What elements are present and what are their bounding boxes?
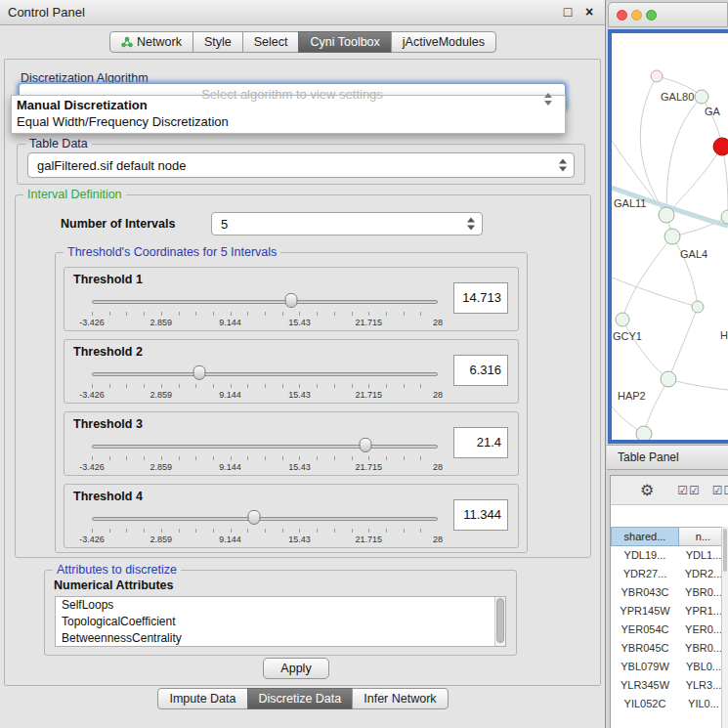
table-row[interactable]: YBR045CYBR0... bbox=[611, 639, 728, 658]
tick-label: 28 bbox=[433, 390, 443, 400]
threshold-4-value-field[interactable]: 11.344 bbox=[453, 499, 508, 531]
network-selection-frame: GAL80 GA GAL11 GAL4 GCY1 H HAP2 bbox=[608, 29, 728, 444]
tick-label: 9.144 bbox=[219, 318, 241, 327]
number-of-intervals-combobox[interactable]: 5 bbox=[211, 212, 483, 236]
network-canvas[interactable]: GAL80 GA GAL11 GAL4 GCY1 H HAP2 bbox=[612, 33, 728, 440]
table-row[interactable]: YLR345WYLR3... bbox=[611, 676, 728, 695]
table-panel-titlebar[interactable]: Table Panel bbox=[607, 445, 728, 470]
tick-label: -3.426 bbox=[79, 462, 105, 472]
table-cell[interactable]: YBR043C bbox=[611, 583, 679, 602]
control-panel-titlebar[interactable]: Control Panel □ × bbox=[0, 0, 605, 25]
table-row[interactable]: YDL19...YDL1... bbox=[611, 546, 728, 565]
table-row[interactable]: YBR043CYBR0... bbox=[611, 583, 728, 602]
float-window-icon[interactable]: □ bbox=[560, 4, 576, 20]
selected-network-node[interactable] bbox=[713, 138, 728, 155]
algorithm-prompt: Select algorithm to view settings bbox=[19, 87, 566, 102]
network-node[interactable] bbox=[661, 371, 676, 387]
column-header-shared-name[interactable]: shared... bbox=[611, 527, 679, 546]
tick-label: 2.859 bbox=[150, 462, 173, 472]
numerical-attributes-label: Numerical Attributes bbox=[54, 578, 173, 592]
table-cell[interactable]: YBR045C bbox=[611, 639, 679, 658]
tab-network[interactable]: Network bbox=[109, 31, 193, 53]
table-cell[interactable]: YDL19... bbox=[611, 546, 679, 565]
slider-track[interactable] bbox=[92, 445, 438, 449]
threshold-3-value-field[interactable]: 21.4 bbox=[453, 427, 508, 458]
network-node[interactable] bbox=[616, 313, 629, 326]
table-cell[interactable]: YDR27... bbox=[611, 565, 679, 583]
close-icon[interactable]: × bbox=[581, 4, 597, 20]
network-view-window: GAL80 GA GAL11 GAL4 GCY1 H HAP2 bbox=[608, 2, 728, 444]
network-node[interactable] bbox=[695, 90, 708, 104]
table-scrollbar[interactable] bbox=[721, 527, 728, 728]
table-data-group: Table Data galFiltered.sif default node bbox=[17, 144, 585, 185]
tab-jactivemodules[interactable]: jActiveModules bbox=[391, 31, 496, 53]
combo-stepper-icon[interactable] bbox=[544, 93, 553, 106]
window-title: Control Panel bbox=[8, 5, 85, 20]
threshold-2-slider[interactable]: -3.426 2.859 9.144 15.43 21.715 28 bbox=[92, 364, 438, 403]
table-row[interactable]: YPR145WYPR1... bbox=[611, 602, 728, 621]
tab-label: jActiveModules bbox=[403, 35, 485, 49]
tab-select[interactable]: Select bbox=[242, 31, 300, 53]
network-node[interactable] bbox=[659, 207, 674, 223]
threshold-2-value-field[interactable]: 6.316 bbox=[453, 355, 508, 386]
table-cell[interactable]: YIL052C bbox=[611, 695, 679, 713]
table-data-combobox[interactable]: galFiltered.sif default node bbox=[27, 152, 575, 178]
slider-tick-labels: -3.426 2.859 9.144 15.43 21.715 28 bbox=[92, 318, 438, 328]
scrollbar-thumb[interactable] bbox=[496, 598, 504, 643]
attributes-group-label: Attributes to discretize bbox=[53, 563, 181, 577]
slider-thumb[interactable] bbox=[248, 510, 261, 525]
threshold-1-slider[interactable]: -3.426 2.859 9.144 15.43 21.715 28 bbox=[92, 291, 438, 330]
apply-button[interactable]: Apply bbox=[263, 658, 329, 679]
attributes-list[interactable]: SelfLoops TopologicalCoefficient Between… bbox=[55, 596, 506, 647]
slider-thumb[interactable] bbox=[359, 438, 371, 452]
scrollbar-thumb[interactable] bbox=[723, 529, 727, 572]
zoom-traffic-light-icon[interactable] bbox=[646, 10, 657, 21]
network-window-titlebar[interactable] bbox=[608, 2, 728, 27]
network-node[interactable] bbox=[692, 301, 704, 313]
tick-label: -3.426 bbox=[79, 318, 105, 327]
slider-track[interactable] bbox=[92, 372, 438, 376]
threshold-3-slider[interactable]: -3.426 2.859 9.144 15.43 21.715 28 bbox=[92, 436, 438, 475]
tick-label: 15.43 bbox=[288, 462, 311, 472]
network-node[interactable] bbox=[664, 229, 680, 244]
tab-cyni-toolbox[interactable]: Cyni Toolbox bbox=[298, 31, 391, 53]
attributes-group: Attributes to discretize Numerical Attri… bbox=[44, 570, 517, 656]
select-all-checks-icon[interactable]: ☑☑ bbox=[677, 484, 701, 497]
table-cell[interactable]: YPR145W bbox=[611, 602, 679, 621]
tab-discretize-data[interactable]: Discretize Data bbox=[247, 688, 354, 709]
slider-tick-labels: -3.426 2.859 9.144 15.43 21.715 28 bbox=[92, 535, 438, 545]
node-label: GAL4 bbox=[680, 248, 707, 260]
tick-label: 21.715 bbox=[355, 462, 382, 472]
dropdown-option-equal-width[interactable]: Equal Width/Frequency Discretization bbox=[12, 112, 565, 129]
table-cell[interactable]: YER054C bbox=[611, 621, 679, 639]
table-row[interactable]: YBL079WYBL0... bbox=[611, 658, 728, 676]
network-node[interactable] bbox=[651, 70, 663, 82]
select-none-checks-icon[interactable]: ☑☐ bbox=[712, 484, 728, 497]
network-node[interactable] bbox=[636, 426, 652, 440]
attribute-item[interactable]: SelfLoops bbox=[56, 597, 505, 614]
threshold-4-slider[interactable]: -3.426 2.859 9.144 15.43 21.715 28 bbox=[92, 508, 438, 547]
tab-style[interactable]: Style bbox=[193, 31, 243, 53]
number-of-intervals-value: 5 bbox=[221, 217, 228, 232]
slider-thumb[interactable] bbox=[285, 293, 298, 308]
table-row[interactable]: YER054CYER0... bbox=[611, 621, 728, 639]
attribute-item[interactable]: TopologicalCoefficient bbox=[56, 614, 505, 630]
slider-track[interactable] bbox=[92, 300, 438, 304]
attributes-scrollbar[interactable] bbox=[494, 597, 505, 646]
minimize-traffic-light-icon[interactable] bbox=[631, 10, 642, 21]
tab-impute-data[interactable]: Impute Data bbox=[157, 688, 247, 709]
attribute-item[interactable]: BetweennessCentrality bbox=[56, 630, 505, 647]
slider-thumb[interactable] bbox=[193, 365, 205, 380]
threshold-1-value-field[interactable]: 14.713 bbox=[453, 282, 508, 314]
close-traffic-light-icon[interactable] bbox=[617, 10, 627, 21]
slider-track[interactable] bbox=[92, 517, 438, 521]
table-cell[interactable]: YBL079W bbox=[611, 658, 679, 676]
table-row[interactable]: YIL052CYIL0... bbox=[611, 695, 728, 713]
table-cell[interactable]: YLR345W bbox=[611, 676, 679, 695]
slider-tick-labels: -3.426 2.859 9.144 15.43 21.715 28 bbox=[92, 390, 438, 401]
table-row[interactable]: YDR27...YDR2... bbox=[611, 565, 728, 583]
tab-infer-network[interactable]: Infer Network bbox=[352, 688, 448, 709]
gear-icon[interactable]: ⚙ bbox=[640, 483, 654, 498]
table-panel-window: ⚙ ☑☑ ☑☐ shared... n... YDL19...YDL1... Y… bbox=[610, 475, 728, 728]
node-label: HAP2 bbox=[618, 390, 646, 402]
